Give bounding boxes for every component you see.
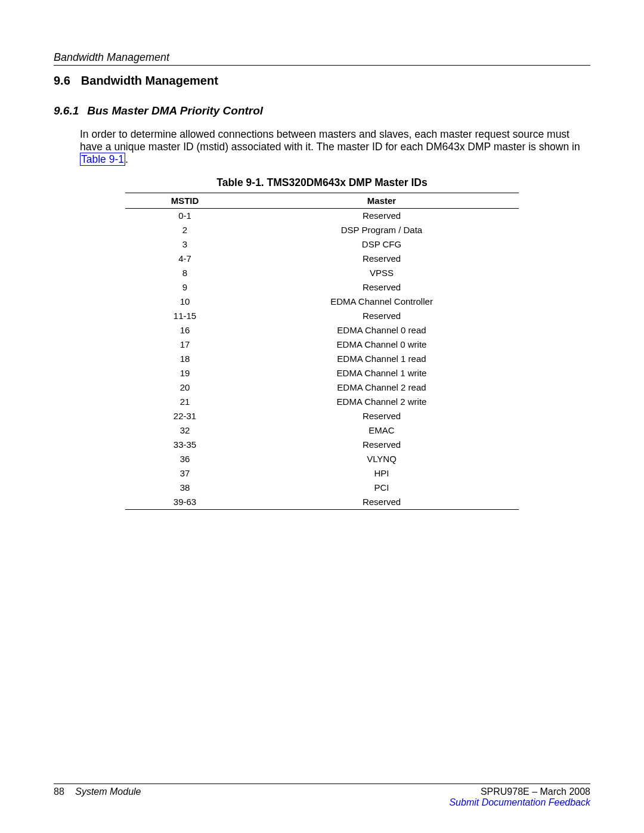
cell-mstid: 17 xyxy=(125,337,244,352)
cell-mstid: 38 xyxy=(125,481,244,495)
cell-mstid: 3 xyxy=(125,237,244,252)
table-row: 20EDMA Channel 2 read xyxy=(125,380,519,395)
cell-master: Reserved xyxy=(244,252,519,266)
cell-mstid: 9 xyxy=(125,280,244,295)
table-row: 8VPSS xyxy=(125,266,519,280)
cell-master: Reserved xyxy=(244,309,519,323)
table-header-master: Master xyxy=(244,193,519,208)
table-row: 22-31Reserved xyxy=(125,409,519,423)
cell-master: EDMA Channel Controller xyxy=(244,295,519,309)
cell-master: Reserved xyxy=(244,495,519,510)
table-row: 0-1Reserved xyxy=(125,208,519,223)
cell-master: EDMA Channel 2 write xyxy=(244,395,519,409)
table-row: 18EDMA Channel 1 read xyxy=(125,352,519,366)
subsection-title: Bus Master DMA Priority Control xyxy=(87,104,263,117)
table-row: 10EDMA Channel Controller xyxy=(125,295,519,309)
table-row: 2DSP Program / Data xyxy=(125,223,519,237)
cell-mstid: 36 xyxy=(125,452,244,466)
subsection-number: 9.6.1 xyxy=(54,104,79,117)
table-row: 17EDMA Channel 0 write xyxy=(125,337,519,352)
cell-master: Reserved xyxy=(244,438,519,452)
table-row: 3DSP CFG xyxy=(125,237,519,252)
page-number: 88 xyxy=(54,786,64,797)
cell-mstid: 20 xyxy=(125,380,244,395)
cell-master: EDMA Channel 1 write xyxy=(244,366,519,380)
table-row: 38PCI xyxy=(125,481,519,495)
section-heading: 9.6Bandwidth Management xyxy=(54,74,590,88)
cell-mstid: 10 xyxy=(125,295,244,309)
table-header-mstid: MSTID xyxy=(125,193,244,208)
cell-mstid: 37 xyxy=(125,466,244,481)
subsection-heading: 9.6.1Bus Master DMA Priority Control xyxy=(54,104,590,117)
submit-feedback-link[interactable]: Submit Documentation Feedback xyxy=(449,797,590,808)
cell-master: EDMA Channel 0 write xyxy=(244,337,519,352)
cell-mstid: 0-1 xyxy=(125,208,244,223)
cell-master: Reserved xyxy=(244,409,519,423)
cell-mstid: 22-31 xyxy=(125,409,244,423)
cell-master: DSP Program / Data xyxy=(244,223,519,237)
table-row: 19EDMA Channel 1 write xyxy=(125,366,519,380)
section-number: 9.6 xyxy=(54,74,70,88)
cell-master: EDMA Channel 0 read xyxy=(244,323,519,337)
cell-mstid: 11-15 xyxy=(125,309,244,323)
cell-master: EDMA Channel 1 read xyxy=(244,352,519,366)
page-footer: 88 System Module SPRU978E – March 2008 S… xyxy=(54,784,590,808)
footer-chapter: System Module xyxy=(75,786,141,797)
cell-mstid: 32 xyxy=(125,423,244,438)
cell-mstid: 16 xyxy=(125,323,244,337)
cell-master: VLYNQ xyxy=(244,452,519,466)
cell-master: VPSS xyxy=(244,266,519,280)
table-row: 33-35Reserved xyxy=(125,438,519,452)
cell-mstid: 2 xyxy=(125,223,244,237)
cell-master: Reserved xyxy=(244,208,519,223)
cell-mstid: 4-7 xyxy=(125,252,244,266)
cell-mstid: 8 xyxy=(125,266,244,280)
cell-master: EDMA Channel 2 read xyxy=(244,380,519,395)
table-reference-link[interactable]: Table 9-1 xyxy=(80,153,125,166)
paragraph-text-pre: In order to determine allowed connection… xyxy=(80,128,580,153)
body-paragraph: In order to determine allowed connection… xyxy=(80,128,590,166)
table-row: 39-63Reserved xyxy=(125,495,519,510)
table-row: 16EDMA Channel 0 read xyxy=(125,323,519,337)
cell-mstid: 21 xyxy=(125,395,244,409)
paragraph-text-post: . xyxy=(125,153,128,165)
cell-master: Reserved xyxy=(244,280,519,295)
table-caption: Table 9-1. TMS320DM643x DMP Master IDs xyxy=(54,176,590,189)
table-row: 37HPI xyxy=(125,466,519,481)
cell-mstid: 18 xyxy=(125,352,244,366)
cell-master: DSP CFG xyxy=(244,237,519,252)
cell-master: PCI xyxy=(244,481,519,495)
running-header: Bandwidth Management xyxy=(54,51,590,66)
table-row: 21EDMA Channel 2 write xyxy=(125,395,519,409)
table-row: 11-15Reserved xyxy=(125,309,519,323)
master-id-table: MSTID Master 0-1Reserved2DSP Program / D… xyxy=(125,193,519,510)
table-row: 9Reserved xyxy=(125,280,519,295)
page: Bandwidth Management 9.6Bandwidth Manage… xyxy=(0,0,644,833)
cell-mstid: 19 xyxy=(125,366,244,380)
table-row: 32EMAC xyxy=(125,423,519,438)
footer-left: 88 System Module xyxy=(54,786,141,797)
cell-master: EMAC xyxy=(244,423,519,438)
table-row: 4-7Reserved xyxy=(125,252,519,266)
footer-doc-id: SPRU978E – March 2008 xyxy=(481,786,590,797)
section-title: Bandwidth Management xyxy=(81,74,218,87)
cell-master: HPI xyxy=(244,466,519,481)
footer-right: SPRU978E – March 2008 Submit Documentati… xyxy=(449,786,590,808)
cell-mstid: 33-35 xyxy=(125,438,244,452)
cell-mstid: 39-63 xyxy=(125,495,244,510)
table-row: 36VLYNQ xyxy=(125,452,519,466)
